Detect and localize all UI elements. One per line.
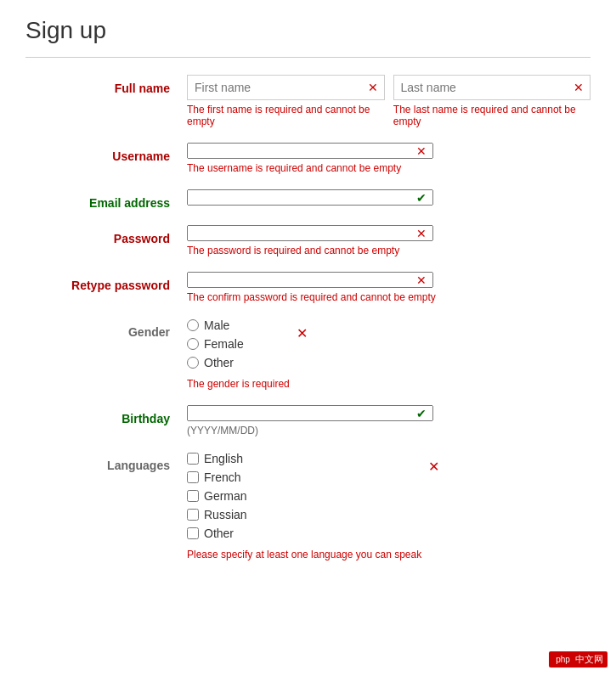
lang-russian-item[interactable]: Russian [187, 508, 421, 521]
fullname-label: Full name [25, 75, 187, 95]
birthday-label: Birthday [25, 405, 187, 425]
languages-error-msg: Please specify at least one language you… [187, 549, 421, 561]
gender-female-item[interactable]: Female [187, 337, 290, 351]
gender-options-row: Male Female Other The gender is required… [187, 318, 591, 390]
lang-english-checkbox[interactable] [187, 453, 199, 465]
gender-other-item[interactable]: Other [187, 356, 290, 369]
watermark-logo: php [553, 654, 573, 665]
gender-other-radio[interactable] [187, 357, 199, 369]
email-input[interactable] [187, 189, 433, 206]
password-error-msg: The password is required and cannot be e… [187, 245, 442, 256]
languages-controls: English French German Russian [187, 452, 591, 561]
lastname-error-msg: The last name is required and cannot be … [393, 104, 591, 127]
retype-input[interactable] [187, 272, 433, 288]
password-input-row: ✕ [187, 225, 591, 241]
lang-other-item[interactable]: Other [187, 527, 421, 540]
page-title: Sign up [25, 17, 591, 44]
lang-russian-label: Russian [204, 508, 247, 521]
username-error-msg: The username is required and cannot be e… [187, 162, 442, 174]
birthday-input-row: ✔ [187, 405, 591, 421]
password-input[interactable] [187, 225, 433, 241]
username-label: Username [25, 143, 187, 163]
firstname-error-msg: The first name is required and cannot be… [187, 104, 385, 127]
lastname-wrapper: ✕ [393, 75, 591, 100]
password-error-icon: ✕ [416, 227, 427, 240]
email-label: Email address [25, 189, 187, 210]
lang-english-item[interactable]: English [187, 452, 421, 465]
gender-other-label: Other [204, 356, 234, 369]
retype-error-icon: ✕ [416, 273, 427, 287]
email-controls: ✔ [187, 189, 591, 206]
gender-female-label: Female [204, 337, 244, 351]
languages-row: Languages English French German [25, 452, 591, 561]
username-wrapper: ✕ [187, 143, 433, 159]
retype-label: Retype password [25, 272, 187, 292]
page-container: Sign up Full name ✕ ✕ The first name is … [0, 0, 616, 676]
password-wrapper: ✕ [187, 225, 433, 241]
lang-other-label: Other [204, 527, 234, 540]
fullname-controls: ✕ ✕ The first name is required and canno… [187, 75, 591, 127]
email-success-icon: ✔ [416, 191, 427, 205]
lang-french-checkbox[interactable] [187, 471, 199, 483]
languages-error-icon: ✕ [428, 452, 439, 475]
email-row: Email address ✔ [25, 189, 591, 210]
retype-controls: ✕ The confirm password is required and c… [187, 272, 591, 303]
lang-french-item[interactable]: French [187, 470, 421, 484]
retype-wrapper: ✕ [187, 272, 433, 288]
lang-german-checkbox[interactable] [187, 490, 199, 502]
birthday-controls: ✔ (YYYY/MM/DD) [187, 405, 591, 437]
firstname-wrapper: ✕ [187, 75, 385, 100]
lastname-error-icon: ✕ [574, 81, 584, 94]
lastname-input[interactable] [393, 75, 591, 100]
languages-options-row: English French German Russian [187, 452, 591, 561]
retype-row: Retype password ✕ The confirm password i… [25, 272, 591, 303]
gender-error-msg: The gender is required [187, 378, 290, 390]
gender-male-item[interactable]: Male [187, 318, 290, 332]
username-row: Username ✕ The username is required and … [25, 143, 591, 174]
languages-checkbox-group: English French German Russian [187, 452, 421, 561]
firstname-error-icon: ✕ [368, 81, 378, 94]
languages-label: Languages [25, 452, 187, 472]
gender-male-label: Male [204, 318, 229, 332]
gender-error-icon: ✕ [297, 318, 308, 341]
password-row: Password ✕ The password is required and … [25, 225, 591, 256]
username-input-row: ✕ [187, 143, 591, 159]
password-label: Password [25, 225, 187, 245]
retype-input-row: ✕ [187, 272, 591, 288]
lang-german-item[interactable]: German [187, 489, 421, 503]
lang-english-label: English [204, 452, 243, 465]
gender-row: Gender Male Female Other The [25, 318, 591, 390]
fullname-errors: The first name is required and cannot be… [187, 100, 591, 127]
username-error-icon: ✕ [416, 144, 427, 158]
gender-controls: Male Female Other The gender is required… [187, 318, 591, 390]
birthday-hint: (YYYY/MM/DD) [187, 425, 591, 437]
retype-error-msg: The confirm password is required and can… [187, 291, 442, 303]
fullname-row: Full name ✕ ✕ The first name is required… [25, 75, 591, 127]
gender-male-radio[interactable] [187, 319, 199, 331]
birthday-row: Birthday ✔ (YYYY/MM/DD) [25, 405, 591, 437]
gender-label: Gender [25, 318, 187, 339]
email-input-row: ✔ [187, 189, 591, 206]
lang-other-checkbox[interactable] [187, 527, 199, 539]
lang-german-label: German [204, 489, 247, 503]
birthday-wrapper: ✔ [187, 405, 433, 421]
birthday-input[interactable] [187, 405, 433, 421]
lang-french-label: French [204, 470, 241, 484]
username-controls: ✕ The username is required and cannot be… [187, 143, 591, 174]
firstname-input[interactable] [187, 75, 385, 100]
watermark-text: 中文网 [575, 654, 603, 664]
gender-radio-group: Male Female Other The gender is required [187, 318, 290, 390]
gender-female-radio[interactable] [187, 338, 199, 350]
lang-russian-checkbox[interactable] [187, 509, 199, 521]
fullname-input-row: ✕ ✕ [187, 75, 591, 100]
username-input[interactable] [187, 143, 433, 159]
birthday-success-icon: ✔ [416, 407, 427, 420]
email-wrapper: ✔ [187, 189, 433, 206]
password-controls: ✕ The password is required and cannot be… [187, 225, 591, 256]
divider [25, 57, 591, 58]
watermark: php 中文网 [549, 651, 608, 668]
